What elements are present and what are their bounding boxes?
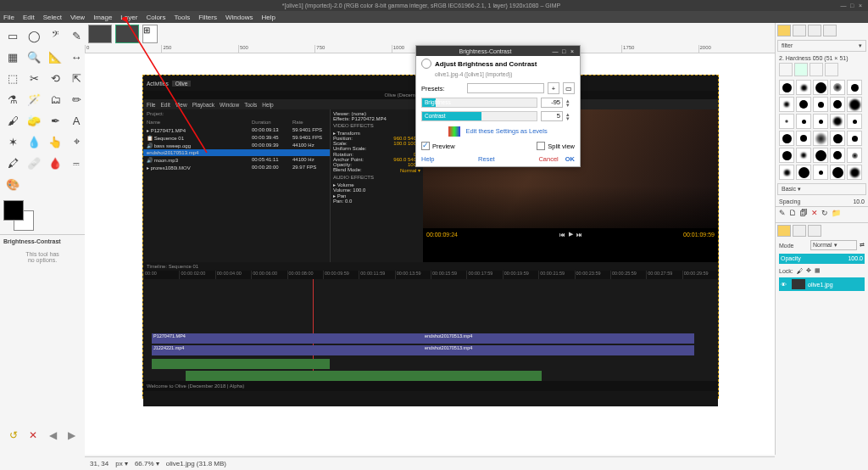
menu-windows[interactable]: Windows xyxy=(225,14,253,21)
brush-preset[interactable] xyxy=(796,148,811,163)
tool-24[interactable]: 🖍 xyxy=(3,154,22,172)
tool-26[interactable]: 🩸 xyxy=(46,154,64,172)
brush-preset[interactable] xyxy=(779,80,794,95)
preview-checkbox[interactable]: Preview xyxy=(421,142,455,150)
presets-dropdown[interactable] xyxy=(467,83,544,93)
brush-preset[interactable] xyxy=(830,131,845,146)
ok-button[interactable]: OK xyxy=(565,155,575,163)
brush-preset[interactable] xyxy=(813,80,828,95)
presets-add-button[interactable]: + xyxy=(548,82,559,94)
brush-preset[interactable] xyxy=(813,165,828,180)
foreground-color[interactable] xyxy=(3,200,24,221)
tool-0[interactable]: ▭ xyxy=(3,26,22,45)
menu-select[interactable]: Select xyxy=(43,14,62,21)
tool-13[interactable]: 🪄 xyxy=(25,90,43,109)
contrast-slider[interactable]: Contrast xyxy=(421,111,537,121)
brush-preset[interactable] xyxy=(796,165,811,180)
tool-15[interactable]: ✏ xyxy=(67,90,86,109)
brush-preset[interactable] xyxy=(847,80,862,95)
brush-preset[interactable] xyxy=(779,114,794,129)
tool-17[interactable]: 🧽 xyxy=(25,111,43,130)
fonts-tab[interactable] xyxy=(808,25,821,36)
layer-item[interactable]: 👁 olive1.jpg xyxy=(779,277,865,291)
status-zoom-dropdown[interactable]: 66.7% ▾ xyxy=(135,460,159,467)
tool-2[interactable]: 𝄢 xyxy=(46,26,64,45)
dialog-titlebar[interactable]: Brightness-Contrast — □ × xyxy=(416,46,580,56)
image-tab-2[interactable] xyxy=(115,25,139,43)
tool-19[interactable]: A xyxy=(67,111,86,130)
tool-1[interactable]: ◯ xyxy=(25,26,43,45)
brush-preset[interactable] xyxy=(796,80,811,95)
brightness-spinner[interactable]: ▴▾ xyxy=(566,98,575,107)
menu-image[interactable]: Image xyxy=(93,14,112,21)
menu-tools[interactable]: Tools xyxy=(175,14,191,21)
cancel-button[interactable]: Cancel xyxy=(538,155,558,163)
brightness-value[interactable]: -95 xyxy=(541,98,563,108)
brush-preset[interactable] xyxy=(830,97,845,112)
brush-preset[interactable] xyxy=(830,114,845,129)
brush-preset[interactable] xyxy=(796,97,811,112)
tool-6[interactable]: 📐 xyxy=(46,48,64,66)
tool-10[interactable]: ⟲ xyxy=(46,69,64,87)
mode-dropdown[interactable]: Normal ▾ xyxy=(810,240,857,250)
help-button[interactable]: Help xyxy=(421,155,434,163)
split-view-checkbox[interactable]: Split view xyxy=(537,142,575,150)
brush-preset[interactable] xyxy=(830,165,845,180)
brush-preset[interactable] xyxy=(779,148,794,163)
prev-icon[interactable]: ◀ xyxy=(49,429,57,441)
tool-16[interactable]: 🖌 xyxy=(3,111,22,130)
tool-7[interactable]: ↔ xyxy=(67,48,86,66)
history-tab[interactable] xyxy=(823,25,837,36)
tool-5[interactable]: 🔍 xyxy=(25,48,43,66)
edit-as-levels-link[interactable]: Edit these Settings as Levels xyxy=(465,127,547,135)
brush-preset[interactable] xyxy=(847,97,862,112)
brush-preset[interactable] xyxy=(847,148,862,163)
brush-duplicate-icon[interactable]: 🗐 xyxy=(800,209,808,217)
spacing-value[interactable]: 10.0 xyxy=(853,199,865,204)
menu-view[interactable]: View xyxy=(70,14,85,21)
tool-28[interactable]: 🎨 xyxy=(3,175,22,193)
image-tab-options[interactable]: ⊞ xyxy=(142,25,158,43)
tool-4[interactable]: ▦ xyxy=(3,48,22,66)
lock-position-icon[interactable]: ✥ xyxy=(806,267,811,274)
delete-icon[interactable]: ✕ xyxy=(29,429,37,441)
layer-visibility-icon[interactable]: 👁 xyxy=(781,282,789,288)
tool-8[interactable]: ⬚ xyxy=(3,69,22,87)
tool-9[interactable]: ✂ xyxy=(25,69,43,87)
brush-preset[interactable] xyxy=(796,131,811,146)
lock-pixels-icon[interactable]: 🖌 xyxy=(797,268,803,274)
brush-preset[interactable] xyxy=(847,131,862,146)
tool-14[interactable]: 🗂 xyxy=(46,90,64,109)
brush-preset[interactable] xyxy=(830,148,845,163)
dialog-close-button[interactable]: × xyxy=(568,48,576,54)
brush-preset[interactable] xyxy=(813,148,828,163)
brush-group-dropdown[interactable]: Basic ▾ xyxy=(777,183,866,195)
tool-21[interactable]: 💧 xyxy=(25,132,43,151)
brush-open-icon[interactable]: 📁 xyxy=(832,209,841,217)
brush-preset[interactable] xyxy=(847,165,862,180)
dialog-maximize-button[interactable]: □ xyxy=(559,48,568,54)
paths-tab[interactable] xyxy=(808,225,821,237)
image-tab-1[interactable] xyxy=(88,25,112,43)
window-minimize-button[interactable]: — xyxy=(839,3,848,8)
presets-manage-button[interactable]: ▭ xyxy=(563,82,575,94)
menu-file[interactable]: File xyxy=(3,14,14,21)
brush-preset[interactable] xyxy=(813,131,828,146)
tool-3[interactable]: ✎ xyxy=(67,26,86,45)
mode-switch-icon[interactable]: ⇄ xyxy=(860,242,865,249)
brushes-tab[interactable] xyxy=(777,25,791,36)
brush-refresh-icon[interactable]: ↻ xyxy=(821,209,828,217)
contrast-spinner[interactable]: ▴▾ xyxy=(566,112,575,120)
brush-preset[interactable] xyxy=(847,114,862,129)
brightness-slider[interactable]: Brightness xyxy=(421,98,537,108)
brush-edit-icon[interactable]: ✎ xyxy=(779,209,786,217)
brush-preset[interactable] xyxy=(813,97,828,112)
tool-18[interactable]: ✒ xyxy=(46,111,64,130)
brush-preset[interactable] xyxy=(779,131,794,146)
brush-preset[interactable] xyxy=(813,114,828,129)
tool-23[interactable]: ⌖ xyxy=(67,132,86,151)
menu-edit[interactable]: Edit xyxy=(23,14,35,21)
reset-icon[interactable]: ↺ xyxy=(9,429,18,441)
menu-layer[interactable]: Layer xyxy=(120,14,137,21)
status-unit-dropdown[interactable]: px ▾ xyxy=(115,460,128,467)
